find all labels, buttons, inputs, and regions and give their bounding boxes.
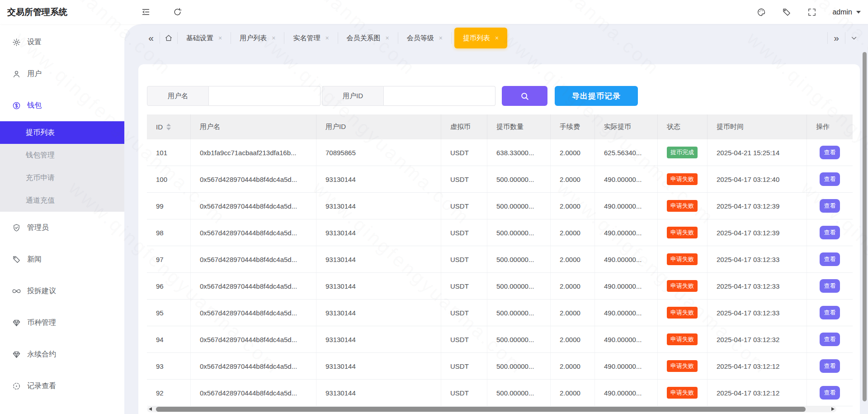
tab-close-icon[interactable]: × (218, 34, 222, 42)
table-row: 960x567d428970444b8f4dc4a5d...93130144US… (147, 273, 853, 300)
cell-time: 2025-04-17 03:12:33 (708, 273, 807, 299)
cell-user-id: 93130144 (316, 300, 441, 326)
collapse-sidebar-icon[interactable] (138, 0, 153, 24)
history-icon (12, 382, 21, 390)
rounded-corner-decoration (124, 24, 142, 41)
column-header: 用户名 (191, 114, 316, 139)
export-button[interactable]: 导出提币记录 (555, 86, 638, 106)
column-header: 用户ID (316, 114, 441, 139)
view-button[interactable]: 查看 (820, 333, 840, 346)
column-header: 状态 (658, 114, 708, 139)
cell-time: 2025-04-17 03:12:12 (708, 380, 807, 406)
tab-close-icon[interactable]: × (272, 34, 275, 42)
cell-status: 申请失败 (658, 219, 708, 246)
tab-close-icon[interactable]: × (439, 34, 443, 42)
theme-palette-icon[interactable] (756, 7, 766, 17)
cell-amount: 638.33000... (487, 139, 551, 166)
horizontal-scroll-thumb[interactable] (156, 407, 806, 412)
column-header[interactable]: ID (147, 114, 191, 139)
sidebar-subitem[interactable]: 提币列表 (0, 121, 124, 144)
scroll-right-arrow-icon[interactable] (831, 407, 835, 411)
fullscreen-icon[interactable] (807, 7, 817, 17)
cell-id: 98 (147, 219, 191, 246)
cell-status: 申请失败 (658, 273, 708, 299)
view-button[interactable]: 查看 (820, 146, 840, 159)
cell-actual: 490.00000... (595, 380, 658, 406)
sidebar-item-label: 记录查看 (27, 381, 56, 391)
view-button[interactable]: 查看 (820, 386, 840, 400)
cell-action: 查看 (807, 353, 853, 379)
tab-close-icon[interactable]: × (325, 34, 329, 42)
cell-amount: 500.00000... (487, 380, 551, 406)
tabs-scroll-right-icon[interactable]: » (828, 28, 845, 48)
cell-coin: USDT (441, 300, 487, 326)
scroll-left-arrow-icon[interactable] (149, 407, 152, 411)
search-button[interactable] (502, 86, 547, 106)
user-menu[interactable]: admin (832, 8, 861, 16)
tab-close-icon[interactable]: × (386, 34, 389, 42)
view-button[interactable]: 查看 (820, 279, 840, 293)
table-row: 1000x567d428970444b8f4dc4a5d...93130144U… (147, 166, 853, 193)
tag-icon[interactable] (782, 7, 792, 17)
sidebar-item[interactable]: 管理员 (0, 212, 124, 243)
cell-username: 0x567d428970444b8f4dc4a5d... (191, 273, 316, 299)
cell-action: 查看 (807, 380, 853, 406)
view-button[interactable]: 查看 (820, 252, 840, 266)
tabs-menu-icon[interactable] (845, 28, 863, 48)
cell-fee: 2.0000 (551, 353, 595, 379)
home-tab-icon[interactable] (160, 28, 177, 48)
cell-id: 99 (147, 193, 191, 219)
view-button[interactable]: 查看 (820, 226, 840, 239)
tab-item[interactable]: 会员等级× (398, 28, 451, 48)
cell-actual: 490.00000... (595, 353, 658, 379)
cell-action: 查看 (807, 326, 853, 352)
cell-status: 申请失败 (658, 326, 708, 352)
sort-icon[interactable] (166, 124, 171, 130)
cell-id: 92 (147, 380, 191, 406)
username-filter-input[interactable] (209, 86, 321, 106)
tab-item[interactable]: 基础设置× (178, 28, 231, 48)
status-badge: 提币完成 (667, 147, 698, 158)
sidebar-item[interactable]: 记录查看 (0, 370, 124, 402)
userid-filter-group: 用户ID (322, 86, 495, 106)
vertical-scroll-thumb[interactable] (863, 52, 867, 401)
status-badge: 申请失败 (667, 280, 698, 292)
tab-item[interactable]: 用户列表× (231, 28, 284, 48)
view-button[interactable]: 查看 (820, 199, 840, 213)
cell-action: 查看 (807, 219, 853, 246)
cell-user-id: 93130144 (316, 219, 441, 246)
sidebar-subitem[interactable]: 钱包管理 (0, 144, 124, 167)
sidebar-item[interactable]: 投拆建议 (0, 275, 124, 307)
app-title: 交易所管理系统 (7, 0, 67, 24)
cell-amount: 500.00000... (487, 273, 551, 299)
cell-username: 0x567d428970444b8f4dc4a5d... (191, 246, 316, 272)
sidebar-subitem[interactable]: 通道充值 (0, 189, 124, 212)
sidebar-item[interactable]: 用户 (0, 58, 124, 90)
sidebar-item[interactable]: 新闻 (0, 243, 124, 275)
view-button[interactable]: 查看 (820, 306, 840, 319)
sidebar-item[interactable]: 钱包 (0, 90, 124, 121)
sidebar-subitem[interactable]: 充币申请 (0, 167, 124, 189)
tab-item[interactable]: 提币列表× (454, 28, 507, 48)
tabs-collapse-left-icon[interactable]: « (142, 28, 160, 48)
sidebar-item[interactable]: 永续合约 (0, 338, 124, 370)
cell-user-id: 93130144 (316, 380, 441, 406)
horizontal-scrollbar[interactable] (147, 406, 836, 412)
tab-item[interactable]: 会员关系图× (338, 28, 398, 48)
tab-close-icon[interactable]: × (495, 34, 499, 42)
cell-coin: USDT (441, 139, 487, 166)
view-button[interactable]: 查看 (820, 359, 840, 373)
cell-username: 0x567d428970444b8f4dc4a5d... (191, 326, 316, 352)
column-header: 实际提币 (595, 114, 658, 139)
sidebar-item[interactable]: 币种管理 (0, 307, 124, 338)
cell-user-id: 70895865 (316, 139, 441, 166)
cell-status: 申请失败 (658, 300, 708, 326)
refresh-icon[interactable] (170, 0, 185, 24)
tab-label: 提币列表 (463, 34, 490, 43)
sidebar-item[interactable]: 设置 (0, 26, 124, 58)
userid-filter-input[interactable] (384, 86, 495, 106)
view-button[interactable]: 查看 (820, 172, 840, 186)
cell-action: 查看 (807, 273, 853, 299)
sidebar-item-label: 用户 (27, 69, 42, 79)
tab-item[interactable]: 实名管理× (284, 28, 337, 48)
